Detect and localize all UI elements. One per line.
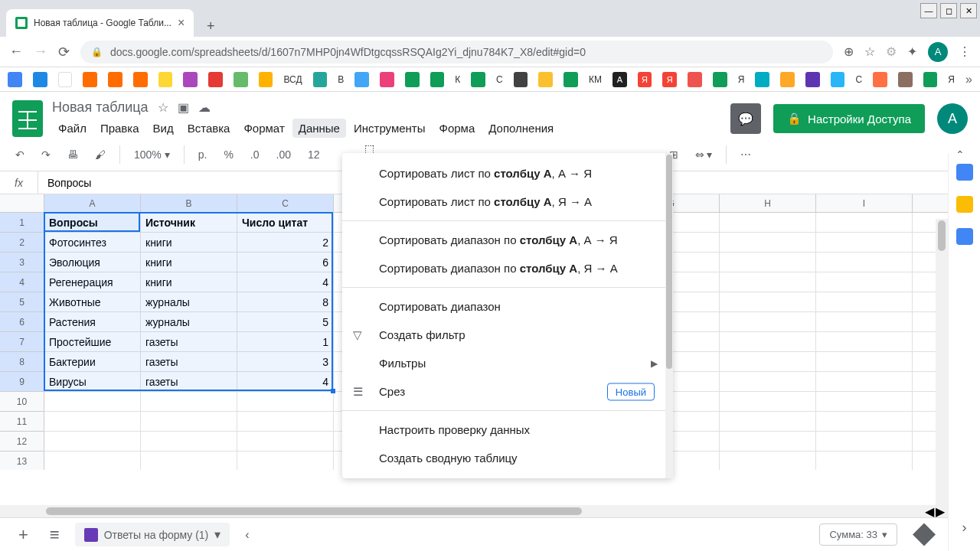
cell[interactable]: Фотосинтез bbox=[44, 233, 141, 252]
cell[interactable] bbox=[720, 253, 816, 272]
zoom-dropdown[interactable]: 100% ▾ bbox=[131, 145, 173, 164]
more-icon[interactable]: ⋯ bbox=[737, 145, 754, 164]
column-header[interactable]: H bbox=[720, 194, 816, 212]
cell[interactable] bbox=[141, 392, 237, 411]
dropdown-item[interactable]: Фильтры▶ bbox=[342, 349, 673, 377]
cell[interactable] bbox=[720, 233, 816, 252]
dropdown-item[interactable]: ☰СрезНовый bbox=[342, 377, 673, 406]
cell[interactable] bbox=[720, 213, 816, 232]
bookmark-icon[interactable] bbox=[873, 72, 887, 87]
dropdown-item[interactable]: ▽Создать фильтр bbox=[342, 321, 673, 349]
bookmark-icon[interactable] bbox=[755, 72, 769, 87]
cell[interactable] bbox=[816, 272, 913, 292]
column-header[interactable]: B bbox=[141, 194, 237, 212]
cell[interactable] bbox=[237, 392, 334, 411]
reload-icon[interactable]: ⟳ bbox=[58, 44, 70, 60]
row-header[interactable]: 2 bbox=[0, 233, 44, 253]
sheet-tab-menu-icon[interactable]: ▾ bbox=[214, 527, 220, 542]
bookmark-label[interactable]: С bbox=[855, 74, 862, 85]
row-header[interactable]: 7 bbox=[0, 332, 44, 352]
browser-tab[interactable]: Новая таблица - Google Табли... × bbox=[6, 9, 194, 37]
select-all-corner[interactable] bbox=[0, 194, 44, 212]
bookmark-icon[interactable] bbox=[33, 72, 47, 87]
cell[interactable] bbox=[816, 253, 913, 272]
row-header[interactable]: 6 bbox=[0, 312, 44, 332]
cell[interactable]: 2 bbox=[237, 233, 334, 252]
cell[interactable] bbox=[44, 412, 141, 431]
bookmark-icon[interactable] bbox=[183, 72, 198, 87]
cell[interactable]: 6 bbox=[237, 253, 334, 272]
dropdown-item[interactable]: Сортировать лист по столбцу A, А → Я bbox=[342, 159, 673, 187]
column-header[interactable]: A bbox=[44, 194, 141, 212]
percent-button[interactable]: % bbox=[220, 145, 236, 164]
cell[interactable] bbox=[720, 292, 816, 311]
cell[interactable]: Число цитат bbox=[237, 213, 334, 232]
redo-icon[interactable]: ↷ bbox=[38, 145, 54, 164]
currency-button[interactable]: р. bbox=[195, 145, 211, 164]
cell[interactable] bbox=[816, 312, 913, 331]
row-header[interactable]: 11 bbox=[0, 412, 44, 432]
new-tab-button[interactable]: + bbox=[200, 15, 221, 37]
row-header[interactable]: 12 bbox=[0, 432, 44, 452]
bookmark-icon[interactable] bbox=[313, 72, 328, 87]
star-icon[interactable]: ☆ bbox=[864, 44, 875, 59]
cell[interactable] bbox=[237, 432, 334, 451]
bookmark-icon[interactable] bbox=[430, 72, 445, 87]
increase-decimal-button[interactable]: .00 bbox=[273, 145, 294, 164]
bookmark-icon[interactable] bbox=[354, 72, 369, 87]
bookmark-label[interactable]: Я bbox=[948, 74, 955, 85]
bookmark-label[interactable]: В bbox=[338, 74, 344, 85]
add-sheet-button[interactable]: + bbox=[12, 522, 34, 548]
cell[interactable]: Вопросы bbox=[44, 213, 141, 232]
bookmark-icon[interactable] bbox=[259, 72, 273, 87]
share-button[interactable]: 🔒 Настройки Доступа bbox=[773, 104, 925, 133]
bookmark-icon[interactable] bbox=[780, 72, 795, 87]
explore-button[interactable] bbox=[913, 523, 936, 546]
forward-icon[interactable]: → bbox=[34, 44, 47, 60]
cell[interactable]: 3 bbox=[237, 352, 334, 371]
cell[interactable] bbox=[720, 452, 816, 470]
format-123-button[interactable]: 12 bbox=[305, 145, 323, 164]
cell[interactable]: 8 bbox=[237, 292, 334, 311]
bookmark-icon[interactable] bbox=[83, 72, 97, 87]
maximize-button[interactable]: ◻ bbox=[940, 3, 957, 18]
dropdown-item[interactable]: Сортировать диапазон bbox=[342, 292, 673, 321]
row-header[interactable]: 13 bbox=[0, 452, 44, 470]
cell[interactable] bbox=[720, 312, 816, 331]
menu-правка[interactable]: Правка bbox=[94, 119, 145, 138]
cell[interactable]: Эволюция bbox=[44, 253, 141, 272]
bookmark-icon[interactable] bbox=[831, 72, 845, 87]
calendar-icon[interactable] bbox=[956, 164, 973, 181]
paint-format-icon[interactable]: 🖌 bbox=[92, 145, 109, 164]
horizontal-scrollbar[interactable]: ◀▶ bbox=[0, 505, 948, 517]
bookmark-icon[interactable]: Я bbox=[638, 72, 652, 87]
cell[interactable]: газеты bbox=[141, 372, 237, 391]
vertical-scrollbar[interactable] bbox=[936, 219, 948, 505]
dropdown-item[interactable]: Создать сводную таблицу bbox=[342, 444, 673, 472]
puzzle-icon[interactable]: ⚙ bbox=[886, 44, 897, 59]
cell[interactable] bbox=[720, 272, 816, 292]
cell[interactable] bbox=[720, 412, 816, 431]
cell[interactable]: Бактерии bbox=[44, 352, 141, 371]
cell[interactable]: Источник bbox=[141, 213, 237, 232]
cell[interactable] bbox=[44, 452, 141, 470]
bookmark-icon[interactable] bbox=[405, 72, 420, 87]
zoom-icon[interactable]: ⊕ bbox=[844, 44, 854, 59]
close-window-button[interactable]: ✕ bbox=[960, 3, 977, 18]
close-tab-icon[interactable]: × bbox=[178, 16, 185, 30]
bookmark-icon[interactable] bbox=[8, 72, 22, 87]
cell[interactable] bbox=[44, 392, 141, 411]
tasks-icon[interactable] bbox=[956, 228, 973, 245]
bookmark-icon[interactable] bbox=[713, 72, 727, 87]
menu-формат[interactable]: Формат bbox=[237, 119, 290, 138]
bookmark-label[interactable]: К bbox=[455, 74, 460, 85]
bookmarks-overflow-icon[interactable]: » bbox=[965, 73, 972, 86]
profile-avatar[interactable]: А bbox=[928, 42, 948, 62]
star-icon[interactable]: ☆ bbox=[158, 100, 168, 115]
cell[interactable] bbox=[816, 432, 913, 451]
keep-icon[interactable] bbox=[956, 196, 973, 213]
dropdown-item[interactable]: Сортировать диапазон по столбцу A, А → Я bbox=[342, 226, 673, 254]
cell[interactable]: Растения bbox=[44, 312, 141, 331]
sheet-tab[interactable]: Ответы на форму (1) ▾ bbox=[75, 523, 230, 546]
cell[interactable]: 4 bbox=[237, 272, 334, 292]
